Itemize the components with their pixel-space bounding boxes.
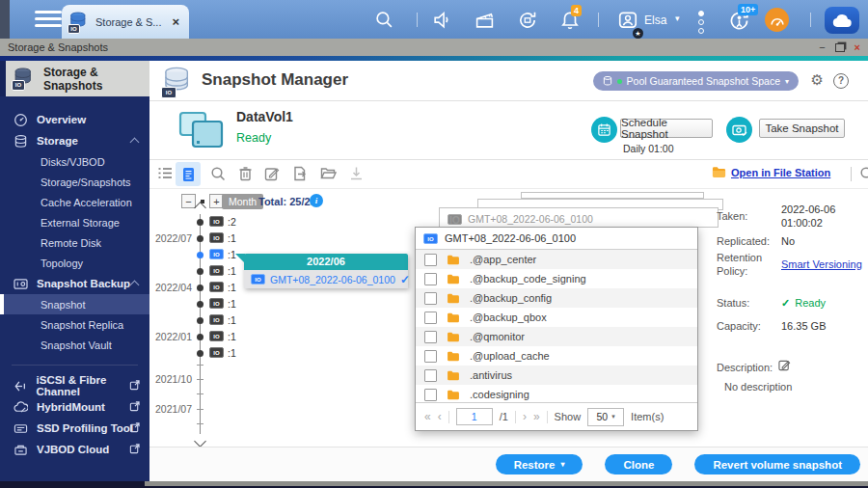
- minimize-button[interactable]: −: [819, 39, 825, 56]
- user-name[interactable]: Elsa: [644, 14, 666, 27]
- sidebar-item-snapshot[interactable]: Snapshot: [0, 294, 149, 314]
- sidebar-item-snapshot-backup[interactable]: Snapshot Backup: [0, 273, 149, 294]
- timeline-scroll-down[interactable]: [194, 435, 206, 447]
- delete-snapshot-icon[interactable]: [238, 166, 253, 185]
- sidebar-item-iscsi-fibre-channel[interactable]: iSCSI & Fibre Channel: [0, 375, 149, 396]
- user-account-icon[interactable]: ★: [617, 10, 638, 35]
- schedule-snapshot-button[interactable]: Schedule Snapshot: [620, 119, 713, 138]
- file-row[interactable]: .@qmonitor: [416, 327, 697, 346]
- sidebar-item-vjbod-cloud[interactable]: VJBOD Cloud: [0, 439, 149, 460]
- sidebar-item-remote-disk[interactable]: Remote Disk: [0, 232, 149, 253]
- sidebar-item-overview[interactable]: Overview: [0, 109, 149, 130]
- timeline-dot: [197, 219, 203, 226]
- file-checkbox[interactable]: [424, 331, 437, 343]
- background-task-sync-icon[interactable]: [517, 10, 538, 35]
- next-page-icon[interactable]: ›: [523, 411, 527, 422]
- main-menu-button[interactable]: [35, 11, 62, 28]
- app-tab-storage-snapshots[interactable]: IO Storage & S... ×: [62, 5, 189, 39]
- search-snapshot-icon[interactable]: [210, 166, 226, 185]
- revert-volume-snapshot-button[interactable]: Revert volume snapshot: [694, 454, 860, 474]
- info-icon[interactable]: i: [310, 194, 323, 207]
- page-size-select[interactable]: 50 ▾: [587, 408, 624, 426]
- file-checkbox[interactable]: [424, 273, 437, 285]
- search-icon[interactable]: [374, 10, 394, 34]
- media-console-icon[interactable]: [475, 10, 495, 34]
- help-icon[interactable]: ?: [833, 73, 849, 89]
- maximize-button[interactable]: [835, 43, 845, 52]
- open-folder-icon[interactable]: [320, 166, 337, 184]
- sidebar-item-disks-vjbod[interactable]: Disks/VJBOD: [0, 151, 149, 172]
- user-menu-caret-icon[interactable]: ▾: [675, 14, 680, 23]
- file-row[interactable]: .@backup_config: [416, 288, 697, 308]
- tab-close-icon[interactable]: ×: [170, 14, 181, 29]
- collapse-chevron-icon[interactable]: [130, 138, 140, 148]
- file-checkbox[interactable]: [424, 312, 437, 324]
- snapshot-camera-icon: IO: [448, 214, 462, 225]
- sidebar-item-external-storage[interactable]: External Storage: [0, 212, 149, 232]
- edit-description-icon[interactable]: [778, 359, 791, 373]
- caret-down-icon: ▾: [560, 460, 564, 469]
- zoom-out-button[interactable]: −: [181, 194, 196, 208]
- window-titlebar: Storage & Snapshots − ×: [0, 39, 868, 56]
- schedule-snapshot-icon[interactable]: [591, 117, 617, 143]
- hybridmount-cloud-icon: [14, 401, 28, 413]
- sidebar-item-cache-acceleration[interactable]: Cache Acceleration: [0, 192, 149, 212]
- sidebar-item-storage[interactable]: Storage: [0, 130, 149, 151]
- pool-guaranteed-space-button[interactable]: Pool Guaranteed Snapshot Space ▾: [593, 71, 799, 91]
- event-tasks-icon[interactable]: 10+: [728, 10, 750, 36]
- file-row[interactable]: .@upload_cache: [416, 346, 697, 366]
- sidebar-item-hybridmount[interactable]: HybridMount: [0, 396, 149, 418]
- snapshot-camera-icon: IO: [209, 249, 224, 259]
- file-row[interactable]: .@app_center: [416, 250, 697, 269]
- prev-page-icon[interactable]: ‹: [438, 411, 442, 422]
- file-checkbox[interactable]: [424, 292, 437, 305]
- first-page-icon[interactable]: «: [424, 411, 431, 422]
- take-snapshot-icon[interactable]: [726, 117, 752, 143]
- snapshot-camera-icon: IO: [209, 331, 224, 341]
- page-number-input[interactable]: 1: [456, 408, 493, 425]
- timeline-dot: [197, 350, 203, 357]
- sidebar-item-snapshot-replica[interactable]: Snapshot Replica: [0, 314, 149, 335]
- popup-snapshot-item[interactable]: IO GMT+08_2022-06-06_0100 ✓: [244, 270, 408, 288]
- restore-button[interactable]: Restore ▾: [496, 454, 583, 474]
- settings-gear-icon[interactable]: ⚙: [811, 71, 824, 89]
- sidebar-item-topology[interactable]: Topology: [0, 253, 149, 273]
- storage-snapshots-app-icon: IO: [69, 12, 89, 33]
- file-row[interactable]: .codesigning: [416, 385, 697, 404]
- file-checkbox[interactable]: [424, 389, 437, 401]
- status-label: Status:: [717, 296, 774, 310]
- desktop-edge: [0, 0, 10, 39]
- close-button[interactable]: ×: [854, 39, 860, 56]
- retention-policy-link[interactable]: Smart Versioning: [781, 258, 862, 271]
- tab-title: Storage & S...: [95, 16, 170, 28]
- timeline-view-icon[interactable]: [176, 162, 201, 186]
- clone-export-icon[interactable]: [292, 166, 308, 185]
- file-checkbox[interactable]: [424, 350, 437, 363]
- edit-snapshot-icon[interactable]: [264, 166, 280, 185]
- timeline-scroll-up[interactable]: [194, 202, 206, 214]
- sidebar: IO Storage & Snapshots Overview Storage …: [0, 61, 149, 481]
- more-options-kebab-icon[interactable]: [698, 11, 704, 37]
- collapse-chevron-icon[interactable]: [130, 281, 140, 290]
- sidebar-item-ssd-profiling-tool[interactable]: SSD Profiling Tool: [0, 418, 149, 439]
- file-row[interactable]: .@backup_code_signing: [416, 269, 697, 288]
- sidebar-item-storage-snapshots[interactable]: Storage/Snapshots: [0, 172, 149, 192]
- notifications-bell-icon[interactable]: 4: [559, 10, 581, 35]
- file-checkbox[interactable]: [424, 369, 437, 382]
- download-icon[interactable]: [349, 166, 364, 185]
- clone-button[interactable]: Clone: [605, 454, 672, 474]
- notification-speaker-icon[interactable]: [432, 10, 452, 34]
- file-checkbox[interactable]: [424, 254, 437, 266]
- page-title: Snapshot Manager: [202, 70, 348, 90]
- file-row[interactable]: .@backup_qbox: [416, 308, 697, 327]
- last-page-icon[interactable]: »: [533, 411, 540, 422]
- list-view-icon[interactable]: [157, 166, 173, 184]
- storage-disks-icon: [14, 134, 28, 149]
- search-clipped-icon[interactable]: [859, 166, 868, 185]
- open-in-file-station-link[interactable]: Open in File Station: [712, 166, 830, 178]
- sidebar-item-snapshot-vault[interactable]: Snapshot Vault: [0, 335, 149, 355]
- myqnapcloud-icon[interactable]: [825, 7, 859, 34]
- resource-monitor-icon[interactable]: [765, 8, 789, 32]
- take-snapshot-button[interactable]: Take Snapshot: [759, 119, 845, 138]
- file-row[interactable]: .antivirus: [416, 366, 697, 385]
